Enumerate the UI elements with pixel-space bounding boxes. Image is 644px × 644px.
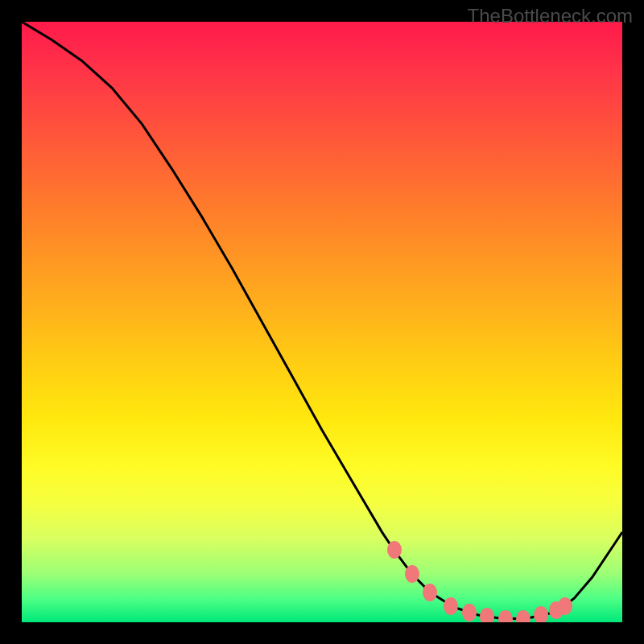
marker-dot xyxy=(387,541,402,559)
marker-dot xyxy=(423,584,437,601)
watermark-text: TheBottleneck.com xyxy=(468,5,633,27)
plot-area xyxy=(22,22,622,622)
marker-dot xyxy=(558,597,572,615)
marker-dot xyxy=(498,610,513,622)
marker-dot xyxy=(534,606,548,622)
marker-dot xyxy=(480,608,494,622)
curve-svg xyxy=(22,22,622,622)
marker-dot xyxy=(405,565,419,583)
marker-dot xyxy=(444,597,458,615)
bottleneck-curve xyxy=(22,22,622,619)
marker-dot xyxy=(516,610,530,622)
marker-dot xyxy=(462,604,477,621)
